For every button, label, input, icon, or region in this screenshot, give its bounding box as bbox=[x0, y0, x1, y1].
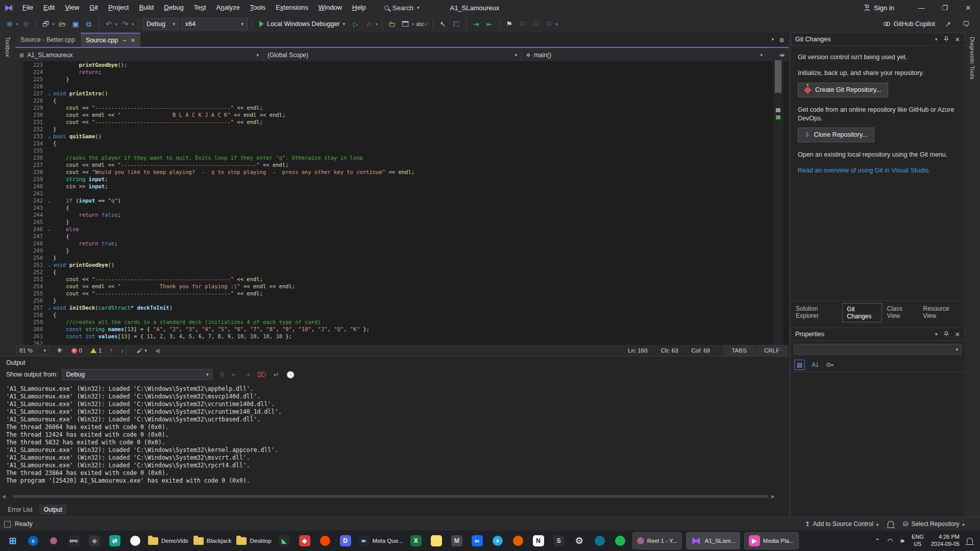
breakpoint-margin[interactable] bbox=[15, 218, 23, 226]
zoom-level-dropdown[interactable]: 81 %▾ bbox=[16, 346, 49, 355]
solution-platform-dropdown[interactable]: x64▾ bbox=[181, 18, 248, 30]
goto-prev-icon[interactable]: ⇤ bbox=[232, 371, 237, 379]
breakpoint-margin[interactable] bbox=[15, 283, 23, 290]
breakpoint-margin[interactable] bbox=[15, 297, 23, 304]
code-line[interactable]: 247 { bbox=[15, 233, 789, 240]
add-to-source-control-button[interactable]: ↥ Add to Source Control ▴ bbox=[805, 520, 879, 528]
indent-less-icon[interactable]: ⇤ bbox=[484, 18, 495, 30]
code-line[interactable]: 255 cout << "---------------------------… bbox=[15, 290, 789, 297]
code-line[interactable]: 241 bbox=[15, 190, 789, 197]
taskbar-app-folder-blackjack[interactable]: Blackjack bbox=[191, 532, 234, 549]
minimize-button[interactable]: — bbox=[910, 0, 933, 15]
breakpoint-margin[interactable] bbox=[15, 325, 23, 333]
code-line[interactable]: 245 } bbox=[15, 218, 789, 226]
prev-issue-icon[interactable]: ↑ bbox=[110, 347, 113, 354]
breakpoint-margin[interactable] bbox=[15, 176, 23, 183]
code-line[interactable]: 234{ bbox=[15, 140, 789, 147]
code-line[interactable]: 248 return true; bbox=[15, 240, 789, 247]
menu-item-analyze[interactable]: Analyze bbox=[211, 0, 245, 15]
panel-close-icon[interactable]: ✕ bbox=[955, 331, 960, 338]
fold-collapse-icon[interactable]: ⌄ bbox=[46, 90, 53, 97]
panel-tab-error-list[interactable]: Error List bbox=[3, 505, 37, 515]
menu-item-project[interactable]: Project bbox=[103, 0, 134, 15]
code-line[interactable]: 228{ bbox=[15, 97, 789, 104]
wifi-icon[interactable]: ◠ bbox=[887, 537, 893, 545]
code-line[interactable]: 239 string input; bbox=[15, 176, 789, 183]
panel-dropdown-icon[interactable]: ▾ bbox=[935, 37, 938, 42]
code-line[interactable]: 238 cout << "Would you like to keep play… bbox=[15, 168, 789, 176]
taskbar-app-app-teal[interactable]: ⇄ bbox=[105, 532, 125, 549]
clear-all-icon[interactable]: ⌦ bbox=[257, 371, 266, 379]
char-position[interactable]: Ch: 63 bbox=[661, 347, 678, 354]
properties-object-dropdown[interactable]: ▾ bbox=[794, 344, 962, 355]
alphabetical-sort-icon[interactable]: A⭣ bbox=[810, 360, 821, 369]
column-position[interactable]: Col: 69 bbox=[692, 347, 710, 354]
breakpoint-margin[interactable] bbox=[15, 118, 23, 126]
menu-item-window[interactable]: Window bbox=[313, 0, 347, 15]
breakpoint-margin[interactable] bbox=[15, 154, 23, 161]
breakpoint-margin[interactable] bbox=[15, 261, 23, 268]
code-line[interactable]: 227⌄void printIntro() bbox=[15, 90, 789, 97]
breakpoint-margin[interactable] bbox=[15, 111, 23, 118]
breakpoint-margin[interactable] bbox=[15, 190, 23, 197]
code-line[interactable]: 240 cin >> input; bbox=[15, 183, 789, 190]
bookmark-icon[interactable]: ⚑ bbox=[504, 18, 515, 30]
breakpoint-margin[interactable] bbox=[15, 276, 23, 283]
pin-icon[interactable] bbox=[944, 331, 949, 337]
volume-icon[interactable]: 🕪 bbox=[900, 537, 904, 545]
code-line[interactable]: 252{ bbox=[15, 268, 789, 276]
code-line[interactable]: 229 cout << "---------------------------… bbox=[15, 104, 789, 111]
code-line[interactable]: 258{ bbox=[15, 311, 789, 318]
menu-item-debug[interactable]: Debug bbox=[159, 0, 188, 15]
find-message-icon[interactable]: ⚲ bbox=[219, 371, 225, 379]
side-tab-class-view[interactable]: Class View bbox=[883, 303, 918, 322]
breakpoint-margin[interactable] bbox=[15, 340, 23, 345]
breakpoint-margin[interactable] bbox=[15, 83, 23, 90]
code-line[interactable]: 230 cout << endl << " B L A C K J A C K"… bbox=[15, 111, 789, 118]
breakpoint-margin[interactable] bbox=[15, 268, 23, 276]
language-indicator[interactable]: ENGUS bbox=[912, 534, 924, 548]
menu-item-build[interactable]: Build bbox=[134, 0, 159, 15]
navigate-back-icon[interactable]: ⊛ bbox=[4, 18, 15, 30]
breakpoint-margin[interactable] bbox=[15, 304, 23, 311]
toolbox-side-tab[interactable]: Toolbox bbox=[0, 33, 15, 347]
code-line[interactable]: 246⌄ else bbox=[15, 226, 789, 233]
diagnostic-tools-side-tab[interactable]: Diagnostic Tools bbox=[965, 33, 980, 347]
notifications-bell-icon[interactable] bbox=[888, 521, 894, 527]
code-line[interactable]: 224 return; bbox=[15, 68, 789, 76]
breakpoint-margin[interactable] bbox=[15, 68, 23, 76]
goto-next-icon[interactable]: ⇥ bbox=[244, 371, 250, 379]
breakpoint-margin[interactable] bbox=[15, 161, 23, 168]
taskbar-app-folder-desktop[interactable]: Desktop bbox=[234, 532, 273, 549]
redo-icon[interactable]: ↷ bbox=[119, 18, 131, 30]
taskbar-app-edge[interactable]: e bbox=[23, 532, 43, 549]
output-source-dropdown[interactable]: Debug▾ bbox=[62, 369, 212, 380]
spell-check-icon[interactable]: abc✓ bbox=[416, 18, 429, 30]
hscroll-right-icon[interactable]: ▶ bbox=[771, 494, 775, 499]
code-line[interactable]: 260 const string names[13] = { "A", "2",… bbox=[15, 325, 789, 333]
breakpoint-margin[interactable] bbox=[15, 318, 23, 325]
code-line[interactable]: 262 bbox=[15, 340, 789, 345]
scrollbar-thumb[interactable] bbox=[775, 60, 781, 93]
create-git-repository-button[interactable]: Create Git Repository... bbox=[798, 83, 888, 97]
tab-pin-icon[interactable]: ⊸ bbox=[122, 38, 126, 43]
hscroll-left-arrow-icon[interactable]: ◀ bbox=[155, 347, 160, 354]
line-position[interactable]: Ln: 160 bbox=[628, 347, 647, 354]
code-suggestions-icon[interactable]: ⧠ bbox=[451, 18, 462, 30]
taskbar-app-android-studio[interactable]: ◣ bbox=[275, 532, 294, 549]
side-tab-resource-view[interactable]: Resource View bbox=[919, 303, 964, 322]
menu-item-file[interactable]: File bbox=[17, 0, 38, 15]
breakpoint-margin[interactable] bbox=[15, 197, 23, 204]
close-button[interactable]: ✕ bbox=[957, 0, 980, 15]
panel-tab-output[interactable]: Output bbox=[39, 505, 67, 515]
sign-in-button[interactable]: Sign in bbox=[864, 4, 894, 12]
output-log[interactable]: 'A1_SLamoureux.exe' (Win32): Loaded 'C:\… bbox=[6, 385, 789, 500]
split-window-icon[interactable]: ⇹ bbox=[779, 52, 789, 59]
git-overview-link[interactable]: Read an overview of using Git in Visual … bbox=[798, 166, 958, 175]
code-line[interactable]: 259 //creates all the cards in a standar… bbox=[15, 318, 789, 325]
code-line[interactable]: 254 cout << endl << " Thank you for play… bbox=[15, 283, 789, 290]
panel-dropdown-icon[interactable]: ▾ bbox=[935, 332, 938, 337]
menu-item-tools[interactable]: Tools bbox=[245, 0, 271, 15]
taskbar-app-behance[interactable]: Bé bbox=[468, 532, 487, 549]
code-line[interactable]: 236 //asks the player if they want to qu… bbox=[15, 154, 789, 161]
